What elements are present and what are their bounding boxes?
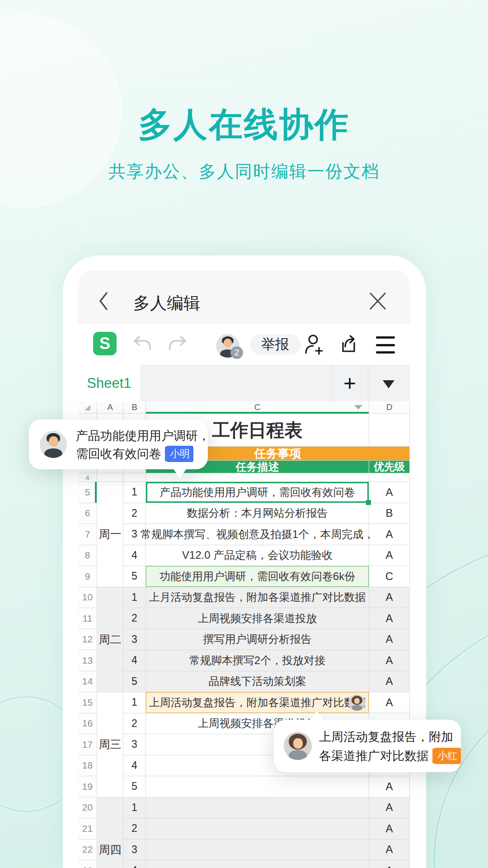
row-header[interactable]: 7 bbox=[78, 524, 97, 545]
redo-button[interactable] bbox=[167, 334, 188, 354]
row-header[interactable]: 6 bbox=[78, 503, 97, 524]
cell-c[interactable]: 撰写用户调研分析报告 bbox=[146, 629, 369, 651]
cell-b[interactable]: 5 bbox=[123, 671, 146, 693]
cell-d[interactable]: A bbox=[369, 629, 410, 651]
cell-b[interactable]: 4 bbox=[123, 650, 146, 671]
cell-b[interactable]: 4 bbox=[123, 545, 146, 566]
cell-c[interactable]: 数据分析：本月网站分析报告 bbox=[146, 503, 369, 524]
cell-d[interactable]: A bbox=[369, 860, 410, 868]
undo-button[interactable] bbox=[131, 334, 153, 354]
row-header[interactable]: 22 bbox=[78, 840, 97, 861]
tab-sheet1[interactable]: Sheet1 bbox=[78, 365, 140, 401]
cell-c[interactable]: 常规脚本撰写2个，投放对接 bbox=[146, 650, 369, 671]
cell-c[interactable]: 常规脚本撰写、视频创意及拍摄1个，本周完成， bbox=[146, 524, 369, 545]
row-header[interactable]: 9 bbox=[78, 566, 97, 587]
row-header[interactable]: 15 bbox=[78, 692, 97, 713]
cell-b[interactable]: 1 bbox=[123, 797, 146, 819]
cell-d[interactable]: A bbox=[369, 818, 410, 840]
row-header[interactable]: 5 bbox=[78, 482, 97, 503]
add-person-button[interactable] bbox=[303, 334, 324, 355]
row-header[interactable]: 17 bbox=[78, 734, 97, 755]
cell-c[interactable] bbox=[146, 840, 369, 861]
cell-d[interactable]: B bbox=[369, 503, 410, 524]
row-header[interactable]: 18 bbox=[78, 755, 97, 777]
cell-b[interactable]: 2 bbox=[123, 713, 146, 735]
close-button[interactable] bbox=[367, 291, 388, 311]
cell-b[interactable]: 1 bbox=[123, 692, 146, 713]
cell-d[interactable]: C bbox=[369, 566, 410, 587]
row-header[interactable]: 13 bbox=[78, 650, 97, 671]
cell-c[interactable]: 上周视频安排各渠道投放 bbox=[146, 608, 369, 629]
cell-d[interactable]: A bbox=[369, 797, 410, 819]
cell-c[interactable] bbox=[146, 797, 369, 819]
cell-b[interactable]: 5 bbox=[123, 566, 146, 587]
cell-c[interactable]: 产品功能使用用户调研，需回收有效问卷 bbox=[146, 482, 369, 503]
cell-d[interactable]: A bbox=[369, 587, 410, 609]
column-dropdown-icon[interactable] bbox=[354, 405, 362, 410]
cell-b[interactable]: 3 bbox=[123, 629, 146, 651]
cell-d[interactable]: A bbox=[369, 840, 410, 861]
cell-d[interactable]: A bbox=[369, 650, 410, 671]
cell-b[interactable]: 1 bbox=[123, 587, 146, 609]
cell-b[interactable] bbox=[123, 473, 146, 482]
row-header[interactable]: 19 bbox=[78, 776, 97, 797]
cell-d[interactable]: A bbox=[369, 608, 410, 629]
priority-header-cell[interactable]: 优先级 bbox=[369, 461, 410, 473]
sheet-menu-caret[interactable] bbox=[383, 380, 394, 388]
cell-c[interactable]: 上月活动复盘报告，附加各渠道推广对比数据 bbox=[146, 587, 369, 609]
table-row: 19 5 A bbox=[78, 776, 410, 797]
share-button[interactable] bbox=[338, 334, 359, 355]
cell-b[interactable]: 2 bbox=[123, 608, 146, 629]
row-header[interactable]: 20 bbox=[78, 797, 97, 819]
day-cell-tuesday[interactable]: 周二 bbox=[97, 587, 123, 693]
cell-b[interactable]: 3 bbox=[123, 840, 146, 861]
cell-b[interactable]: 1 bbox=[123, 482, 146, 503]
row-header[interactable]: 11 bbox=[78, 608, 97, 629]
cell-b[interactable]: 5 bbox=[123, 776, 146, 797]
cell-d[interactable]: A bbox=[369, 692, 410, 713]
cell-c[interactable]: 上周活动复盘报告，附加各渠道推广对比数据 bbox=[146, 692, 369, 713]
cell-d[interactable]: A bbox=[369, 545, 410, 566]
row-header[interactable]: 8 bbox=[78, 545, 97, 566]
cell-c[interactable] bbox=[146, 776, 369, 797]
column-header-b[interactable]: B bbox=[123, 401, 146, 414]
row-header[interactable]: 12 bbox=[78, 629, 97, 651]
row-header[interactable]: 16 bbox=[78, 713, 97, 735]
report-button[interactable]: 举报 bbox=[250, 334, 300, 355]
row-header[interactable]: 14 bbox=[78, 671, 97, 693]
cell-d[interactable]: A bbox=[369, 671, 410, 693]
cell-b[interactable]: 2 bbox=[123, 503, 146, 524]
column-header-c[interactable]: C bbox=[146, 401, 369, 414]
cell-d[interactable]: A bbox=[369, 482, 410, 503]
column-header-a[interactable]: A bbox=[97, 401, 123, 414]
day-cell-monday[interactable]: 周一 bbox=[97, 482, 123, 587]
cell-c[interactable] bbox=[146, 818, 369, 840]
back-button[interactable] bbox=[97, 291, 110, 311]
column-headers: A B C D bbox=[78, 401, 410, 414]
cell-c[interactable]: 功能使用用户调研，需回收有效问卷6k份 bbox=[146, 566, 369, 587]
select-all-cell[interactable] bbox=[78, 401, 97, 414]
cell-c[interactable]: 品牌线下活动策划案 bbox=[146, 671, 369, 693]
cell-c[interactable]: V12.0 产品定稿，会议功能验收 bbox=[146, 545, 369, 566]
cell-d[interactable]: A bbox=[369, 776, 410, 797]
column-header-d[interactable]: D bbox=[369, 401, 410, 414]
day-cell-thursday[interactable]: 周四 bbox=[97, 797, 123, 868]
row-header[interactable]: 4 bbox=[78, 473, 97, 482]
table-row: 13 4 常规脚本撰写2个，投放对接 A bbox=[78, 650, 410, 671]
menu-button[interactable] bbox=[376, 336, 395, 354]
add-sheet-button[interactable]: + bbox=[332, 365, 368, 401]
cell-d[interactable] bbox=[369, 414, 410, 447]
cell-b[interactable]: 4 bbox=[123, 860, 146, 868]
collaborators-avatar-button[interactable]: 2 bbox=[216, 334, 239, 358]
cell-a[interactable] bbox=[97, 473, 123, 482]
cell-d[interactable] bbox=[369, 473, 410, 482]
row-header[interactable]: 21 bbox=[78, 818, 97, 840]
row-header[interactable]: 23 bbox=[78, 860, 97, 868]
day-cell-wednesday[interactable]: 周三 bbox=[97, 692, 123, 797]
cell-d[interactable]: A bbox=[369, 524, 410, 545]
cell-b[interactable]: 2 bbox=[123, 818, 146, 840]
cell-c[interactable] bbox=[146, 860, 369, 868]
cell-b[interactable]: 3 bbox=[123, 734, 146, 755]
cell-b[interactable]: 4 bbox=[123, 755, 146, 777]
row-header[interactable]: 10 bbox=[78, 587, 97, 609]
